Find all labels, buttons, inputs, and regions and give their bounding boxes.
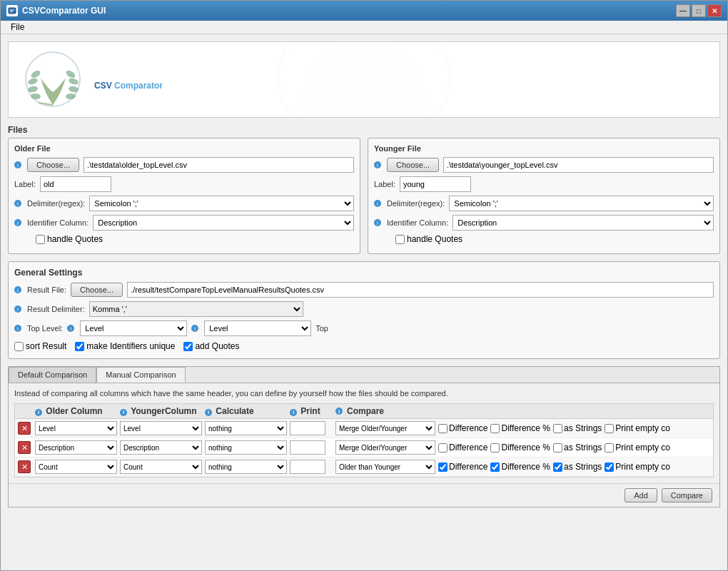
younger-handle-quotes-label[interactable]: handle Quotes <box>395 234 462 244</box>
title-bar-controls: — □ ✕ <box>676 4 722 17</box>
row2-difference-pct-label[interactable]: Difference % <box>490 443 550 453</box>
row2-difference-label[interactable]: Difference <box>438 443 487 453</box>
compare-button[interactable]: Compare <box>662 488 712 502</box>
row3-as-strings-checkbox[interactable] <box>553 463 562 472</box>
file-menu[interactable]: File <box>6 21 29 34</box>
logo-csv: CSV Comparator <box>94 64 163 94</box>
sort-result-label[interactable]: sort Result <box>14 341 66 351</box>
row1-print-col <box>290 421 333 435</box>
result-file-choose-button[interactable]: Choose... <box>71 283 123 297</box>
title-bar: CSVComparator GUI — □ ✕ <box>1 1 727 21</box>
older-delimiter-select[interactable]: Semicolon ';' <box>89 196 354 211</box>
older-identifier-select[interactable]: Description <box>93 215 354 231</box>
row3-merge-select[interactable]: Older than Younger <box>335 460 435 474</box>
older-col-info-icon: i <box>35 409 42 416</box>
add-quotes-label[interactable]: add Quotes <box>183 341 239 351</box>
header-older-col: i Older Column <box>35 406 117 416</box>
svg-rect-0 <box>9 8 16 14</box>
younger-delimiter-select[interactable]: Semicolon ';' <box>449 196 714 211</box>
row1-as-strings-label[interactable]: as Strings <box>553 423 602 433</box>
row3-delete-button[interactable]: ✕ <box>18 460 31 473</box>
row2-younger-select[interactable]: Description <box>120 440 202 455</box>
row3-difference-checkbox[interactable] <box>438 463 448 472</box>
younger-identifier-select[interactable]: Description <box>453 215 714 231</box>
row1-difference-pct-checkbox[interactable] <box>490 424 500 433</box>
tab-manual-comparison[interactable]: Manual Comparison <box>96 367 185 383</box>
maximize-button[interactable]: □ <box>692 4 706 17</box>
row1-difference-checkbox[interactable] <box>438 424 448 433</box>
sort-result-checkbox[interactable] <box>14 342 24 351</box>
top-level-1-info-icon: i <box>67 325 74 332</box>
row3-younger-col: Count <box>120 460 202 474</box>
add-quotes-checkbox[interactable] <box>183 342 193 351</box>
row2-print-empty-label[interactable]: Print empty co <box>605 443 670 453</box>
make-identifiers-checkbox[interactable] <box>75 342 84 351</box>
older-handle-quotes-checkbox[interactable] <box>36 235 45 244</box>
row2-print-empty-checkbox[interactable] <box>605 443 614 453</box>
older-delimiter-row: i Delimiter(regex): Semicolon ';' <box>14 196 354 211</box>
close-button[interactable]: ✕ <box>707 4 722 17</box>
row3-difference-label[interactable]: Difference <box>438 462 487 472</box>
older-label-input[interactable] <box>40 176 111 192</box>
older-file-path-input[interactable] <box>84 157 354 173</box>
manual-comparison-description: Instead of comparing all columns which h… <box>14 389 714 398</box>
row3-print-empty-label[interactable]: Print empty co <box>605 462 670 472</box>
row1-print-empty-checkbox[interactable] <box>605 424 614 433</box>
row1-merge-select[interactable]: Merge Older/Younger <box>335 421 435 435</box>
younger-label-input[interactable] <box>400 176 471 192</box>
younger-identifier-row: i Identifier Column: Description <box>374 215 714 231</box>
app-icon <box>6 5 18 16</box>
row3-calculate-select[interactable]: nothing <box>205 460 287 474</box>
row2-print-input[interactable] <box>290 440 325 455</box>
minimize-button[interactable]: — <box>676 4 690 17</box>
svg-point-4 <box>30 69 41 79</box>
older-handle-quotes-label[interactable]: handle Quotes <box>36 234 103 244</box>
row3-older-select[interactable]: Count <box>35 460 117 474</box>
older-file-choose-button[interactable]: Choose... <box>27 158 79 172</box>
older-delimiter-label: Delimiter(regex): <box>27 199 85 208</box>
row1-calculate-select[interactable]: nothing <box>205 421 287 435</box>
younger-file-choose-button[interactable]: Choose... <box>387 158 439 172</box>
row2-difference-checkbox[interactable] <box>438 443 448 453</box>
tab-default-comparison[interactable]: Default Comparison <box>9 367 96 383</box>
row3-print-empty-checkbox[interactable] <box>605 463 614 472</box>
row2-difference-pct-checkbox[interactable] <box>490 443 500 453</box>
row3-print-input[interactable] <box>290 460 325 474</box>
make-identifiers-label[interactable]: make Identifiers unique <box>75 341 175 351</box>
result-delimiter-info-icon: i <box>14 305 21 313</box>
top-level-2-select[interactable]: Level <box>204 320 311 336</box>
row3-difference-pct-checkbox[interactable] <box>490 463 500 472</box>
add-button[interactable]: Add <box>625 488 657 502</box>
result-delimiter-select[interactable]: Komma ',' <box>89 301 303 317</box>
younger-file-path-input[interactable] <box>443 157 714 173</box>
younger-handle-quotes-checkbox[interactable] <box>395 235 405 244</box>
row1-older-select[interactable]: Level <box>35 421 117 435</box>
younger-delimiter-label: Delimiter(regex): <box>387 199 445 208</box>
row2-as-strings-label[interactable]: as Strings <box>553 443 602 453</box>
row3-as-strings-label[interactable]: as Strings <box>553 462 602 472</box>
younger-identifier-info-icon: i <box>374 219 381 226</box>
row2-older-select[interactable]: Description <box>35 440 117 455</box>
table-row: ✕ Description Description <box>15 438 713 458</box>
row3-younger-select[interactable]: Count <box>120 460 202 474</box>
younger-file-path-row: i Choose... <box>374 157 714 173</box>
row1-as-strings-checkbox[interactable] <box>553 424 562 433</box>
row1-calc-col: nothing <box>205 421 287 435</box>
row2-as-strings-checkbox[interactable] <box>553 443 562 453</box>
row2-calculate-select[interactable]: nothing <box>205 440 287 455</box>
row1-younger-select[interactable]: Level <box>120 421 202 435</box>
row1-difference-label[interactable]: Difference <box>438 423 487 433</box>
row1-difference-pct-label[interactable]: Difference % <box>490 423 550 433</box>
row1-print-input[interactable] <box>290 421 325 435</box>
top-level-1-select[interactable]: Level <box>80 320 187 336</box>
row1-delete-button[interactable]: ✕ <box>18 422 31 435</box>
row3-print-col <box>290 460 333 474</box>
row1-print-empty-label[interactable]: Print empty co <box>605 423 670 433</box>
row2-delete-button[interactable]: ✕ <box>18 441 31 454</box>
row3-difference-pct-label[interactable]: Difference % <box>490 462 550 472</box>
row2-merge-select[interactable]: Merge Older/Younger <box>335 440 435 455</box>
result-file-path-input[interactable] <box>127 282 714 298</box>
options-row: sort Result make Identifiers unique add … <box>14 340 714 353</box>
row2-print-col <box>290 440 333 455</box>
younger-file-title: Younger File <box>374 144 714 153</box>
